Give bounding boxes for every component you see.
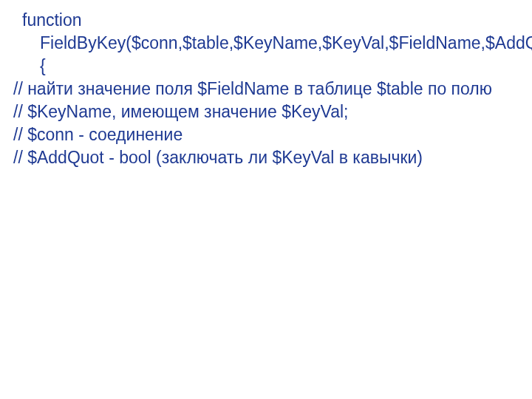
code-line-comment-3: // $conn - соединение [13, 123, 519, 146]
code-line-function-decl: function FieldByKey($conn,$table,$KeyNam… [13, 9, 519, 78]
code-line-comment-1: // найти значение поля $FieldName в табл… [13, 78, 519, 100]
code-line-comment-2: // $KeyName, имеющем значение $KeyVal; [13, 100, 519, 123]
code-block: function FieldByKey($conn,$table,$KeyNam… [13, 9, 519, 169]
code-line-comment-4: // $AddQuot - bool (заключать ли $KeyVal… [13, 146, 519, 169]
